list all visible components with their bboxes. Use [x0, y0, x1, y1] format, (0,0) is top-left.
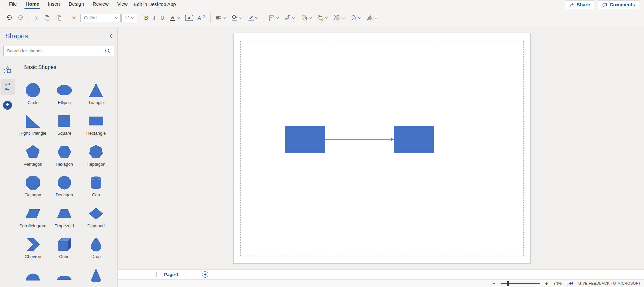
shape-item-heptagon[interactable]: Heptagon [80, 140, 112, 171]
shape-item-rectangle[interactable]: Rectangle [80, 109, 112, 140]
font-size-select[interactable]: 12 [121, 14, 137, 22]
shape-item-ellipse[interactable]: Ellipse [49, 78, 80, 109]
shape-label: Ellipse [58, 100, 71, 105]
group-icon [334, 15, 340, 21]
position-button[interactable] [265, 9, 282, 27]
trapezoid-shape-icon [57, 206, 72, 221]
comments-button[interactable]: Comments [598, 0, 639, 9]
add-page-button[interactable]: + [202, 271, 208, 278]
canvas-shape-rectangle-2[interactable] [394, 126, 434, 153]
canvas-shape-rectangle-1[interactable] [285, 126, 325, 153]
shape-item-semi-ellipse[interactable] [49, 264, 80, 287]
grow-font-button[interactable]: A [195, 9, 208, 27]
add-stencil-button[interactable]: + [3, 101, 12, 110]
text-box-button[interactable]: A [183, 9, 195, 27]
grow-font-arrow-icon [202, 15, 206, 18]
menu-design[interactable]: Design [64, 0, 88, 9]
page-tab[interactable]: Page-1 [164, 272, 179, 277]
align-text-button[interactable] [213, 9, 229, 27]
shape-item-hexagon[interactable]: Hexagon [49, 140, 80, 171]
shape-item-can[interactable]: Can [80, 171, 112, 202]
shape-item-cube[interactable]: Cube [49, 233, 80, 264]
copy-button[interactable] [41, 9, 53, 27]
give-feedback-link[interactable]: GIVE FEEDBACK TO MICROSOFT [578, 281, 641, 285]
menu-view[interactable]: View [113, 0, 132, 9]
pentagon-shape-icon [25, 144, 41, 160]
zoom-out-button[interactable]: − [492, 281, 495, 286]
cut-button[interactable]: ✂ [31, 9, 41, 27]
flip-button[interactable] [364, 9, 380, 27]
drawing-canvas[interactable] [118, 27, 644, 269]
zoom-level[interactable]: 74% [553, 281, 562, 286]
shape-item-decagon[interactable]: Decagon [49, 171, 80, 202]
text-box-icon: A [185, 15, 192, 21]
share-button[interactable]: Share [565, 0, 594, 9]
zoom-slider-handle[interactable] [507, 281, 509, 286]
shapes-stencil-button[interactable] [1, 62, 15, 78]
share-icon [569, 2, 574, 7]
search-button[interactable] [101, 46, 114, 56]
shape-label: Decagon [56, 192, 73, 197]
connector-button[interactable] [282, 9, 298, 27]
rotate-button[interactable] [347, 9, 364, 27]
chevron-down-icon [374, 17, 378, 19]
shape-item-octagon[interactable]: Octagon [17, 171, 49, 202]
shape-item-parallelogram[interactable]: Parallelogram [17, 202, 49, 233]
shape-item-pentagon[interactable]: Pentagon [17, 140, 49, 171]
cut-icon: ✂ [33, 15, 40, 20]
bring-forward-button[interactable] [298, 9, 315, 27]
send-backward-button[interactable] [315, 9, 331, 27]
group-button[interactable] [331, 9, 347, 27]
font-color-button[interactable]: A [167, 9, 183, 27]
redo-button[interactable] [15, 9, 27, 27]
shape-label: Cube [59, 254, 69, 259]
edit-in-desktop-app-button[interactable]: Edit in Desktop App [133, 0, 176, 9]
chevron-down-icon [115, 17, 118, 19]
chevron-down-icon [239, 17, 242, 19]
shape-label: Parallelogram [19, 223, 46, 228]
shape-item-right-triangle[interactable]: Right Triangle [17, 109, 49, 140]
bold-button[interactable]: B [142, 9, 151, 27]
share-label: Share [577, 2, 590, 7]
page-tab-bar: Page-1 + [118, 269, 644, 279]
shape-item-semi-circle[interactable] [17, 264, 49, 287]
delete-icon: ✕ [72, 15, 76, 21]
zoom-slider[interactable] [501, 281, 540, 286]
drawing-page[interactable] [233, 33, 531, 264]
shapes-section-title: Basic Shapes [23, 64, 56, 70]
delete-button[interactable]: ✕ [69, 9, 79, 27]
shape-item-cone[interactable] [80, 264, 112, 287]
position-icon [268, 15, 274, 21]
undo-button[interactable] [3, 9, 15, 27]
shape-label: Heptagon [87, 162, 105, 167]
send-backward-icon [317, 15, 324, 21]
shape-item-triangle[interactable]: Triangle [80, 78, 112, 109]
triangle-shape-icon [88, 82, 104, 98]
underline-button[interactable]: U [158, 9, 167, 27]
shape-item-diamond[interactable]: Diamond [80, 202, 112, 233]
fill-color-button[interactable] [229, 9, 245, 27]
cube-shape-icon [57, 237, 72, 252]
chevron-down-icon [292, 17, 296, 19]
shape-item-circle[interactable]: Circle [17, 78, 49, 109]
paste-button[interactable] [53, 9, 65, 27]
shape-item-square[interactable]: Square [49, 109, 80, 140]
italic-button[interactable]: I [151, 9, 158, 27]
zoom-in-button[interactable]: + [545, 281, 548, 286]
refresh-stencil-button[interactable] [1, 79, 15, 95]
menu-home[interactable]: Home [21, 0, 43, 9]
collapse-panel-button[interactable] [109, 34, 113, 40]
shape-item-chevron[interactable]: Chevron [17, 233, 49, 264]
menu-file[interactable]: File [5, 0, 21, 9]
search-input[interactable] [4, 48, 101, 53]
menu-insert[interactable]: Insert [44, 0, 64, 9]
shape-label: Drop [91, 254, 101, 259]
font-name-select[interactable]: Calibri [80, 14, 121, 22]
shape-item-drop[interactable]: Drop [80, 233, 112, 264]
line-color-button[interactable] [245, 9, 261, 27]
shape-item-trapezoid[interactable]: Trapezoid [49, 202, 80, 233]
menu-review[interactable]: Review [88, 0, 113, 9]
fit-page-button[interactable] [567, 281, 573, 286]
connector-icon [284, 15, 291, 21]
font-name-value: Calibri [84, 15, 97, 20]
